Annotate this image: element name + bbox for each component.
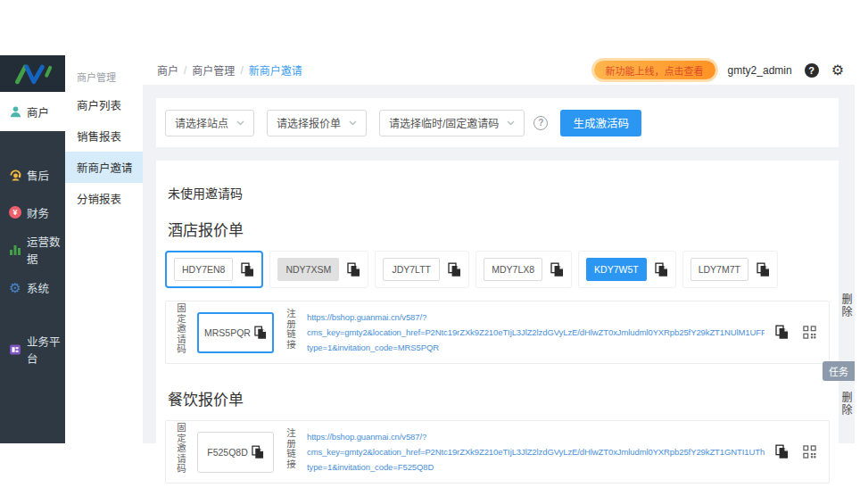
invite-code-chip[interactable]: JDY7LTT (375, 251, 469, 288)
primary-sidebar: 商户 售后 ¥ 财务 运营数据 ⚙ 系统 (0, 55, 65, 443)
sidebar-item-business-platform[interactable]: 业务平台 (0, 331, 65, 368)
invite-code[interactable]: NDY7XSM (277, 258, 339, 281)
bar-chart-icon (8, 243, 22, 257)
invite-code-chip[interactable]: MDY7LX8 (475, 251, 572, 288)
sidebar-item-finance[interactable]: ¥ 财务 (0, 194, 65, 231)
sidebar-item-merchant[interactable]: 商户 (0, 92, 65, 131)
invite-code[interactable]: LDY7M7T (690, 258, 748, 281)
qr-code-icon[interactable] (803, 445, 816, 459)
invite-type-placeholder: 请选择临时/固定邀请码 (389, 115, 499, 130)
platform-icon (8, 343, 22, 357)
submenu-item-distribution-report[interactable]: 分销报表 (65, 183, 143, 214)
generate-activation-button[interactable]: 生成激活码 (560, 110, 641, 136)
new-feature-badge[interactable]: 新功能上线，点击查看 (594, 61, 715, 79)
copy-icon[interactable] (757, 262, 770, 277)
invite-codes-card: 未使用邀请码 酒店报价单 HDY7EN8 NDY7XSM JDY7LTT MDY… (156, 161, 839, 498)
yen-circle-icon: ¥ (8, 205, 22, 219)
submenu-header: 商户管理 (65, 55, 143, 89)
breadcrumb-new-merchant-invite: 新商户邀请 (249, 62, 302, 78)
filter-help-icon[interactable]: ? (533, 116, 548, 130)
hotel-fixed-invite-row: 固定邀请码 MRS5PQR 注册链接 https://bshop.guanmai… (165, 301, 830, 364)
invite-type-select[interactable]: 请选择临时/固定邀请码 (379, 110, 525, 136)
invite-code-chip[interactable]: KDY7W5T (578, 251, 676, 288)
headset-icon (8, 168, 22, 182)
help-icon[interactable]: ? (805, 63, 819, 78)
content-area: 请选择站点 请选择报价单 请选择临时/固定邀请码 ? 生成激活码 未使用邀请码 … (143, 85, 855, 443)
username[interactable]: gmty2_admin (728, 64, 792, 77)
site-select[interactable]: 请选择站点 (165, 110, 254, 136)
invite-code: F525Q8D (207, 447, 248, 458)
gear-icon: ⚙ (8, 280, 22, 294)
row-actions (775, 444, 820, 459)
sidebar-item-label: 业务平台 (27, 333, 65, 367)
sidebar-item-label: 售后 (27, 167, 49, 184)
row-actions (775, 325, 820, 340)
breadcrumb: 商户 / 商户管理 / 新商户邀请 (157, 62, 302, 78)
copy-icon[interactable] (254, 326, 267, 340)
invite-code-chip[interactable]: LDY7M7T (682, 251, 778, 288)
fixed-invite-code-box[interactable]: MRS5PQR (197, 312, 274, 353)
filter-bar: 请选择站点 请选择报价单 请选择临时/固定邀请码 ? 生成激活码 (156, 98, 839, 147)
invite-code[interactable]: MDY7LX8 (484, 258, 542, 281)
task-tab[interactable]: 任务 (823, 361, 855, 381)
breadcrumb-separator: / (240, 64, 243, 77)
sidebar-item-label: 系统 (27, 279, 49, 296)
copy-icon[interactable] (252, 445, 264, 459)
sidebar-item-aftersale[interactable]: 售后 (0, 156, 65, 194)
settings-gear-icon[interactable]: ⚙ (831, 63, 844, 78)
hotel-quote-title: 酒店报价单 (168, 218, 830, 240)
invite-code[interactable]: JDY7LTT (383, 258, 440, 281)
copy-icon[interactable] (775, 444, 789, 459)
copy-icon[interactable] (347, 262, 360, 277)
copy-icon[interactable] (775, 325, 789, 340)
merchant-person-icon (8, 104, 22, 119)
topbar: 商户 / 商户管理 / 新商户邀请 新功能上线，点击查看 gmty2_admin… (143, 55, 855, 85)
food-fixed-invite-row: 固定邀请码 F525Q8D 注册链接 https://bshop.guanmai… (165, 420, 830, 483)
breadcrumb-merchant[interactable]: 商户 (157, 62, 178, 78)
submenu-item-merchant-list[interactable]: 商户列表 (65, 89, 143, 120)
copy-icon[interactable] (241, 262, 254, 277)
chevron-down-icon (507, 120, 515, 126)
sidebar-item-system[interactable]: ⚙ 系统 (0, 269, 65, 306)
invite-code[interactable]: HDY7EN8 (174, 258, 233, 281)
breadcrumb-separator: / (184, 64, 186, 77)
invite-code-chip[interactable]: HDY7EN8 (165, 251, 263, 288)
invite-code: MRS5PQR (204, 327, 251, 338)
delete-food-code-button[interactable]: 删除 (839, 392, 852, 417)
submenu-item-new-merchant-invite[interactable]: 新商户邀请 (65, 152, 143, 183)
register-link-label: 注册链接 (285, 428, 296, 476)
quote-select-placeholder: 请选择报价单 (277, 115, 341, 130)
submenu-item-sales-report[interactable]: 销售报表 (65, 120, 143, 152)
hotel-chip-row: HDY7EN8 NDY7XSM JDY7LTT MDY7LX8 KDY7W5T (165, 251, 830, 288)
secondary-sidebar: 商户管理 商户列表 销售报表 新商户邀请 分销报表 (65, 55, 143, 443)
register-link-url[interactable]: https://bshop.guanmai.cn/v587/? cms_key=… (307, 429, 765, 475)
delete-hotel-code-button[interactable]: 删除 (839, 293, 852, 318)
copy-icon[interactable] (550, 262, 564, 277)
invite-code[interactable]: KDY7W5T (586, 258, 647, 281)
breadcrumb-merchant-management[interactable]: 商户管理 (192, 62, 235, 78)
fixed-invite-label: 固定邀请码 (175, 303, 186, 362)
topbar-right: 新功能上线，点击查看 gmty2_admin ? ⚙ (594, 61, 844, 79)
invite-code-chip[interactable]: NDY7XSM (269, 251, 368, 288)
chevron-down-icon (349, 120, 357, 126)
sidebar-item-label: 财务 (27, 204, 49, 221)
unused-codes-title: 未使用邀请码 (168, 184, 830, 202)
chevron-down-icon (236, 120, 244, 126)
register-link-label: 注册链接 (285, 309, 296, 357)
fixed-invite-label: 固定邀请码 (175, 423, 186, 482)
quote-select[interactable]: 请选择报价单 (267, 110, 367, 136)
copy-icon[interactable] (448, 262, 461, 277)
register-link-url[interactable]: https://bshop.guanmai.cn/v587/? cms_key=… (307, 310, 765, 355)
copy-icon[interactable] (655, 262, 668, 277)
site-select-placeholder: 请选择站点 (175, 115, 228, 130)
logo[interactable] (0, 55, 65, 92)
qr-code-icon[interactable] (803, 326, 816, 339)
guanmai-logo-icon (12, 62, 54, 86)
food-quote-title: 餐饮报价单 (168, 387, 830, 409)
sidebar-item-label: 商户 (27, 103, 49, 120)
app-frame: 商户 售后 ¥ 财务 运营数据 ⚙ 系统 (0, 55, 855, 443)
sidebar-item-label: 运营数据 (27, 233, 65, 267)
fixed-invite-code-box[interactable]: F525Q8D (197, 432, 274, 473)
sidebar-item-analytics[interactable]: 运营数据 (0, 231, 65, 269)
